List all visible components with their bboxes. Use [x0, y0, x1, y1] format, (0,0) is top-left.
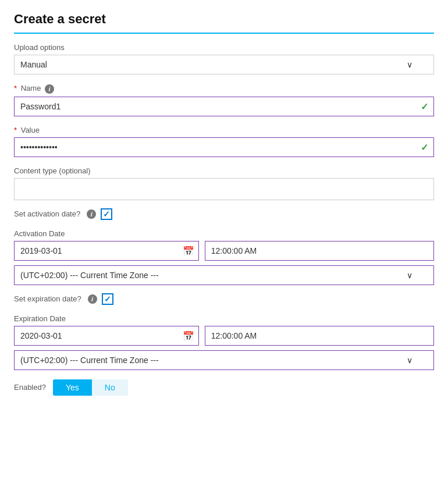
name-label-text: Name: [21, 84, 41, 93]
name-valid-icon: ✓: [421, 101, 428, 112]
value-valid-icon: ✓: [421, 141, 428, 152]
activation-time-input[interactable]: [205, 241, 434, 261]
activation-date-input[interactable]: [14, 241, 199, 261]
name-info-icon[interactable]: i: [45, 84, 54, 94]
enabled-row: Enabled? Yes No: [14, 379, 434, 396]
expiration-date-input-wrapper: 📅: [14, 326, 199, 346]
value-input-wrapper: ✓: [14, 137, 434, 157]
expiration-timezone-select[interactable]: (UTC+02:00) --- Current Time Zone --- ∨: [14, 350, 434, 370]
value-label: * Value: [14, 126, 434, 134]
name-label: * Name i: [14, 84, 434, 94]
activation-timezone-arrow-icon: ∨: [407, 271, 413, 280]
expiration-time-input-wrapper: [205, 326, 434, 346]
expiration-checkbox[interactable]: ✓: [102, 293, 113, 305]
upload-options-value: Manual: [20, 60, 47, 69]
expiration-timezone-arrow-icon: ∨: [407, 356, 413, 365]
activation-checkbox[interactable]: ✓: [101, 208, 112, 220]
expiration-date-input[interactable]: [14, 326, 199, 346]
activation-checkbox-label: Set activation date?: [14, 209, 80, 218]
value-label-text: Value: [21, 126, 40, 134]
enabled-no-button[interactable]: No: [92, 379, 128, 396]
expiration-calendar-icon[interactable]: 📅: [183, 330, 194, 341]
content-type-input[interactable]: [14, 178, 434, 200]
value-required-star: *: [14, 126, 17, 134]
name-section: * Name i ✓: [14, 84, 434, 116]
content-type-section: Content type (optional): [14, 166, 434, 200]
activation-time-input-wrapper: [205, 241, 434, 261]
activation-checkbox-row: Set activation date? i ✓: [14, 208, 434, 220]
content-type-label: Content type (optional): [14, 166, 434, 175]
dropdown-arrow-icon: ∨: [407, 60, 413, 69]
expiration-checkbox-label: Set expiration date?: [14, 294, 81, 303]
expiration-timezone-value: (UTC+02:00) --- Current Time Zone ---: [20, 356, 159, 365]
activation-timezone-select[interactable]: (UTC+02:00) --- Current Time Zone --- ∨: [14, 265, 434, 285]
upload-options-label: Upload options: [14, 43, 434, 52]
expiration-info-icon[interactable]: i: [88, 294, 97, 304]
expiration-date-row: 📅: [14, 326, 434, 346]
expiration-time-input[interactable]: [205, 326, 434, 346]
upload-options-section: Upload options Manual ∨: [14, 43, 434, 74]
enabled-label: Enabled?: [14, 383, 46, 392]
activation-date-section: Activation Date 📅 (UTC+02:00) --- Curren…: [14, 229, 434, 285]
enabled-yes-button[interactable]: Yes: [53, 379, 92, 396]
name-required-star: *: [14, 84, 17, 93]
expiration-date-label: Expiration Date: [14, 314, 434, 323]
enabled-toggle-group: Yes No: [53, 379, 128, 396]
upload-options-select[interactable]: Manual ∨: [14, 55, 434, 74]
page-title: Create a secret: [14, 12, 434, 34]
activation-date-label: Activation Date: [14, 229, 434, 238]
activation-date-input-wrapper: 📅: [14, 241, 199, 261]
activation-checkmark: ✓: [103, 209, 110, 219]
value-input[interactable]: [14, 137, 434, 157]
value-section: * Value ✓: [14, 126, 434, 157]
expiration-checkbox-row: Set expiration date? i ✓: [14, 293, 434, 305]
expiration-checkmark: ✓: [104, 294, 111, 304]
activation-date-row: 📅: [14, 241, 434, 261]
activation-timezone-value: (UTC+02:00) --- Current Time Zone ---: [20, 271, 159, 280]
activation-calendar-icon[interactable]: 📅: [183, 245, 194, 256]
activation-info-icon[interactable]: i: [87, 209, 96, 219]
expiration-date-section: Expiration Date 📅 (UTC+02:00) --- Curren…: [14, 314, 434, 370]
name-input-wrapper: ✓: [14, 97, 434, 116]
name-input[interactable]: [14, 97, 434, 116]
